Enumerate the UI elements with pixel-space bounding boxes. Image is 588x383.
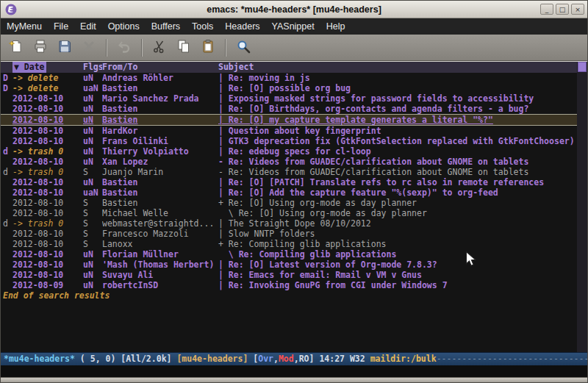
message-row[interactable]: d-> trash 0uNThierry Volpiatto| Re: edeb…	[1, 146, 587, 157]
message-row[interactable]: 2012-08-10uNBastien| Re: [O] [PATCH] Tra…	[1, 177, 587, 187]
modeline-segment-buffer: *mu4e-headers*	[4, 354, 75, 364]
message-date: -> trash 0	[12, 167, 83, 177]
message-subject: | Re: [O] possible org bug	[218, 83, 587, 93]
search-icon	[236, 39, 251, 56]
message-date: 2012-08-10	[12, 187, 83, 198]
message-row[interactable]: 2012-08-10uN'Mash (Thomas Herbert)| Re: …	[1, 259, 587, 270]
sort-date-indicator[interactable]: ▼ Date	[12, 62, 46, 73]
header-from-column[interactable]: From/To	[102, 62, 218, 73]
copy-button[interactable]	[173, 37, 195, 58]
header-subject-column[interactable]: Subject	[218, 62, 587, 73]
message-flags: uN	[83, 249, 102, 259]
save-button[interactable]	[54, 37, 76, 58]
menu-item-yasnippet[interactable]: YASnippet	[266, 18, 320, 35]
message-mark: d	[3, 167, 12, 177]
message-date: 2012-08-10	[12, 126, 83, 136]
header-line: ▼ Date Flgs From/To Subject	[1, 62, 587, 73]
message-date: 2012-08-10	[12, 115, 83, 125]
paste-icon	[201, 39, 215, 56]
modeline-segment-folder: maildir:/bulk	[370, 354, 437, 364]
message-row[interactable]: 2012-08-10SBastien+ Re: [O] Using org-mo…	[1, 198, 587, 208]
message-mark	[3, 198, 12, 208]
message-flags: S	[83, 167, 102, 177]
menu-item-file[interactable]: File	[48, 18, 74, 35]
title-bar[interactable]: emacs: *mu4e-headers* [mu4e-headers] _ □…	[1, 1, 587, 18]
message-row-current[interactable]: 2012-08-10uNBastien| Re: [O] my capture …	[1, 114, 587, 126]
modeline-segment-ovr: Ovr	[258, 354, 273, 364]
message-row[interactable]: 2012-08-10SMichael Welle \ Re: [O] Using…	[1, 208, 587, 218]
menu-item-tools[interactable]: Tools	[186, 18, 219, 35]
message-row[interactable]: 2012-08-10SLanoxx+ Re: Compiling glib ap…	[1, 239, 587, 249]
message-row[interactable]: 2012-08-10uNMario Sanchez Prada| Exposin…	[1, 93, 587, 104]
message-mark	[3, 280, 12, 290]
minimize-button[interactable]: _	[540, 4, 553, 15]
close-button[interactable]: ×	[571, 4, 584, 15]
paste-button[interactable]	[197, 37, 219, 58]
modeline-segment-plain: ,	[294, 354, 299, 364]
message-subject: | Re: [O] my capture template generates …	[218, 115, 587, 125]
message-row[interactable]: d-> trash 0SJuanjo Marin- Re: Videos fro…	[1, 167, 587, 177]
message-row[interactable]: 2012-08-09uNrobertcInSD| Re: Invoking Gn…	[1, 280, 587, 290]
message-mark	[3, 104, 12, 114]
message-from: Xan Lopez	[102, 157, 218, 167]
message-row[interactable]: d-> trash 0Swebmaster@straightd...| The …	[1, 218, 587, 229]
menu-item-options[interactable]: Options	[102, 18, 146, 35]
message-row[interactable]: D-> deleteuNAndreas Röhler| Re: moving i…	[1, 73, 587, 83]
message-row[interactable]: 2012-08-10uNHardKor| Question about key …	[1, 126, 587, 136]
buffer-content: ▼ Date Flgs From/To Subject D-> deleteuN…	[1, 61, 587, 352]
message-row[interactable]: 2012-08-10SFrancesco Mazzoli| Slow NNTP …	[1, 229, 587, 239]
window-controls: _ □ ×	[540, 4, 584, 15]
message-from: Francesco Mazzoli	[102, 229, 218, 239]
modeline-segment-plain: 14:27 W32	[319, 354, 370, 364]
message-from: Bastien	[102, 83, 218, 93]
cut-button[interactable]	[148, 37, 171, 58]
message-row[interactable]: 2012-08-10uaNBastien| Re: [O] Add the ca…	[1, 187, 587, 198]
message-flags: uN	[83, 280, 102, 290]
message-from: Andreas Röhler	[102, 73, 218, 83]
undo-button[interactable]	[113, 37, 135, 58]
message-from: Michael Welle	[102, 208, 218, 218]
new-file-button[interactable]	[5, 37, 27, 58]
modeline-segment-minor: [mu4e-headers]	[176, 354, 248, 364]
message-subject: | Re: [O] [PATCH] Translate refs to rc a…	[218, 177, 587, 187]
message-from: Suvayu Ali	[102, 270, 218, 280]
message-mark	[3, 93, 12, 104]
message-flags: S	[83, 218, 102, 229]
message-subject: | Re: Invoking GnuPG from CGI under Wind…	[218, 280, 587, 290]
scrollbar[interactable]	[577, 62, 587, 352]
menu-item-help[interactable]: Help	[320, 18, 351, 35]
message-flags: uN	[83, 126, 102, 136]
menu-item-edit[interactable]: Edit	[74, 18, 102, 35]
search-button[interactable]	[232, 37, 254, 58]
modeline-segment-plain: RO	[299, 354, 309, 364]
toolbar-separator	[141, 39, 143, 57]
message-mark	[3, 249, 12, 259]
message-row[interactable]: 2012-08-10uNFrans Oilinki| GTK3 deprecat…	[1, 136, 587, 146]
message-date: 2012-08-10	[12, 136, 83, 146]
message-row[interactable]: 2012-08-10uNSuvayu Ali| Re: Emacs for em…	[1, 270, 587, 280]
message-row[interactable]: 2012-08-10uNXan Lopez- Re: Videos from G…	[1, 157, 587, 167]
scrollbar-thumb[interactable]	[578, 62, 587, 72]
header-date-column[interactable]: ▼ Date	[12, 62, 83, 73]
header-flags-column[interactable]: Flgs	[83, 62, 102, 73]
message-row[interactable]: 2012-08-10uNBastien| Re: [O] Birthdays, …	[1, 104, 587, 114]
print-button[interactable]	[29, 37, 51, 58]
menu-item-buffers[interactable]: Buffers	[146, 18, 186, 35]
menu-item-headers[interactable]: Headers	[219, 18, 265, 35]
message-row[interactable]: 2012-08-10uNFlorian Müllner \ Re: Compil…	[1, 249, 587, 259]
message-from: Bastien	[102, 187, 218, 198]
minibuffer[interactable]	[1, 365, 587, 377]
message-flags: uN	[83, 157, 102, 167]
message-subject: | Re: Emacs for email: Rmail v VM v Gnus	[218, 270, 587, 280]
modeline-segment-plain: [	[248, 354, 258, 364]
message-date: 2012-08-10	[12, 177, 83, 187]
menu-item-mymenu[interactable]: MyMenu	[1, 18, 48, 35]
message-date: 2012-08-09	[12, 280, 83, 290]
maximize-button[interactable]: □	[556, 4, 569, 15]
close-buffer-button[interactable]	[78, 37, 100, 58]
mode-line: *mu4e-headers* ( 5, 0) [All/2.0k] [mu4e-…	[1, 352, 587, 365]
message-row[interactable]: D-> deleteuaNBastien| Re: [O] possible o…	[1, 83, 587, 93]
message-flags: uN	[83, 270, 102, 280]
emacs-icon	[5, 4, 17, 15]
end-of-results: End of search results	[1, 290, 587, 301]
